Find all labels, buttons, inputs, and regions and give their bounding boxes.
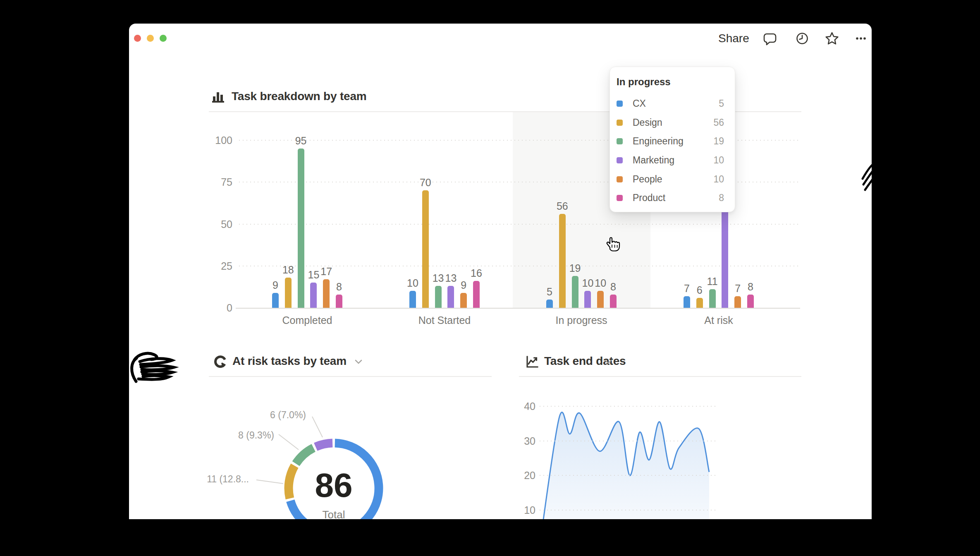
chart-tooltip: In progress CX5Design56Engineering19Mark…	[610, 67, 735, 212]
bar-value-label: 8	[325, 281, 354, 292]
app-window: Share	[129, 24, 872, 519]
gridline	[540, 441, 715, 441]
tooltip-row: Engineering19	[616, 132, 729, 151]
area-chart-title: Task end dates	[544, 355, 626, 368]
bar-people-1[interactable]	[460, 293, 467, 308]
bar-value-label: 70	[411, 177, 440, 188]
tooltip-row-value: 8	[719, 192, 729, 204]
tooltip-title: In progress	[617, 76, 729, 88]
area-chart-dropdown[interactable]	[604, 359, 613, 365]
y-axis-tick: 30	[519, 435, 535, 447]
bar-cx-0[interactable]	[272, 293, 279, 308]
tooltip-row-label: CX	[633, 98, 646, 109]
y-axis-tick: 25	[199, 260, 232, 272]
donut-chart-dropdown[interactable]	[354, 359, 363, 365]
bar-engineering-3[interactable]	[709, 289, 716, 308]
tooltip-row-label: Marketing	[633, 155, 674, 166]
bar-people-2[interactable]	[597, 291, 604, 308]
category-label: In progress	[536, 314, 627, 326]
pie-label-11: 11 (12.8...	[158, 474, 249, 485]
gridline	[540, 406, 715, 407]
area-chart: 40302010	[519, 396, 801, 519]
tooltip-row-label: Engineering	[633, 136, 684, 147]
tooltip-row-label: People	[633, 174, 662, 185]
category-label: Completed	[262, 314, 353, 326]
bar-design-2[interactable]	[559, 214, 566, 308]
bar-value-label: 16	[462, 267, 491, 279]
y-axis-tick: 0	[199, 302, 232, 314]
tooltip-row-value: 19	[713, 136, 729, 147]
tooltip-row-value: 10	[713, 174, 729, 185]
tooltip-row: Marketing10	[616, 151, 729, 170]
series-swatch-icon	[617, 101, 623, 107]
tooltip-row: CX5	[616, 94, 729, 113]
gridline	[239, 224, 800, 225]
bar-value-label: 8	[736, 281, 765, 292]
y-axis-tick: 40	[519, 400, 535, 412]
gridline	[540, 510, 715, 510]
bar-cx-2[interactable]	[546, 300, 553, 308]
bar-cx-1[interactable]	[409, 291, 416, 308]
donut-chart-icon	[213, 355, 227, 369]
area-chart-canvas	[519, 396, 801, 519]
series-swatch-icon	[617, 120, 623, 126]
bar-product-3[interactable]	[747, 295, 754, 308]
bar-product-2[interactable]	[610, 295, 617, 308]
bar-marketing-0[interactable]	[310, 283, 317, 308]
tooltip-row-value: 56	[713, 117, 729, 128]
screenshot-stage: Share	[0, 0, 980, 556]
y-axis-tick: 50	[199, 218, 232, 230]
tooltip-rows: CX5Design56Engineering19Marketing10Peopl…	[616, 94, 729, 208]
category-label: Not Started	[399, 314, 490, 326]
line-chart-icon	[525, 355, 539, 369]
y-axis-tick: 100	[199, 134, 232, 146]
tooltip-row-label: Product	[633, 192, 665, 204]
bar-design-3[interactable]	[696, 298, 703, 308]
y-axis-tick: 20	[519, 470, 535, 481]
y-axis-tick: 10	[519, 504, 535, 516]
tooltip-row: Design56	[616, 113, 729, 132]
bar-design-0[interactable]	[285, 278, 292, 308]
bar-engineering-1[interactable]	[435, 286, 442, 308]
tooltip-row-value: 10	[713, 155, 729, 166]
tooltip-row-value: 5	[719, 98, 729, 109]
tooltip-row: People10	[616, 170, 729, 189]
bar-marketing-2[interactable]	[584, 291, 591, 308]
category-label: At risk	[673, 314, 764, 326]
series-swatch-icon	[617, 176, 623, 182]
tooltip-row: Product8	[616, 189, 729, 208]
series-swatch-icon	[617, 157, 623, 163]
y-axis-tick: 75	[199, 176, 232, 188]
chevron-down-icon	[354, 359, 363, 365]
bar-engineering-0[interactable]	[298, 149, 304, 308]
gridline	[540, 475, 715, 476]
bar-value-label: 95	[287, 135, 316, 146]
bar-product-0[interactable]	[336, 295, 342, 308]
bar-design-1[interactable]	[422, 190, 429, 308]
x-axis-line	[236, 308, 800, 309]
chevron-down-icon	[604, 359, 613, 365]
bar-value-label: 8	[599, 281, 628, 292]
series-swatch-icon	[617, 195, 623, 201]
bar-value-label: 19	[561, 262, 590, 274]
donut-total-label: Total	[292, 508, 375, 519]
bar-value-label: 56	[548, 200, 577, 212]
tooltip-row-label: Design	[633, 117, 662, 128]
donut-chart-title: At risk tasks by team	[232, 355, 347, 368]
card3-divider	[519, 376, 801, 377]
bar-product-1[interactable]	[473, 281, 480, 308]
card2-divider	[209, 376, 492, 377]
bar-value-label: 17	[312, 266, 341, 277]
bar-people-3[interactable]	[734, 296, 741, 308]
series-swatch-icon	[617, 138, 623, 144]
pie-leader-lines	[245, 406, 336, 489]
bar-cx-3[interactable]	[684, 296, 690, 308]
